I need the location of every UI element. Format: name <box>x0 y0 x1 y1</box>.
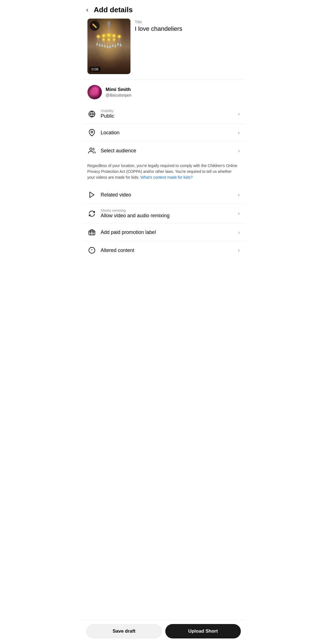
svg-point-29 <box>107 46 108 48</box>
svg-point-34 <box>120 44 122 46</box>
visibility-sublabel: Visibility <box>101 109 234 113</box>
related-video-content: Related video <box>101 192 234 198</box>
svg-line-16 <box>98 38 100 44</box>
svg-point-30 <box>109 46 111 48</box>
settings-list: Visibility Public › Location › <box>82 104 245 160</box>
paid-promotion-content: Add paid promotion label <box>101 229 234 235</box>
svg-point-39 <box>102 38 105 41</box>
account-name: Mimi Smith <box>106 87 132 92</box>
video-section: ✏️ 0:06 Title I love chandeliers <box>82 19 245 80</box>
audience-chevron: › <box>238 148 240 154</box>
svg-point-45 <box>90 148 92 150</box>
account-handle: @Biscuitsnjam <box>106 93 132 97</box>
svg-point-40 <box>107 38 110 41</box>
remixing-sublabel: Shorts remixing <box>101 208 234 213</box>
visibility-content: Visibility Public <box>101 109 234 119</box>
svg-point-33 <box>117 43 119 46</box>
svg-point-26 <box>99 44 100 46</box>
header: ‹ Add details <box>82 0 245 19</box>
svg-marker-46 <box>90 192 94 198</box>
audience-label: Select audience <box>101 148 234 154</box>
audience-item[interactable]: Select audience › <box>82 142 245 160</box>
svg-point-31 <box>112 44 114 47</box>
location-icon <box>87 128 96 137</box>
related-video-item[interactable]: Related video › <box>82 186 245 204</box>
remixing-content: Shorts remixing Allow video and audio re… <box>101 208 234 219</box>
account-row: Mimi Smith @Biscuitsnjam <box>82 80 245 104</box>
svg-point-28 <box>104 45 106 47</box>
more-settings-list: Related video › Shorts remixing Allow vi… <box>82 186 245 259</box>
audience-icon <box>87 146 96 155</box>
remixing-item[interactable]: Shorts remixing Allow video and audio re… <box>82 204 245 223</box>
location-item[interactable]: Location › <box>82 124 245 142</box>
svg-point-41 <box>112 38 116 41</box>
avatar-image <box>87 85 102 99</box>
altered-content-content: Altered content <box>101 248 234 253</box>
page-title: Add details <box>94 6 133 14</box>
video-info: Title I love chandeliers <box>135 19 240 32</box>
coppa-link[interactable]: What's content made for kids? <box>140 175 193 180</box>
paid-promotion-chevron: › <box>238 229 240 235</box>
related-video-label: Related video <box>101 192 234 198</box>
location-label: Location <box>101 130 234 136</box>
title-label: Title <box>135 20 240 24</box>
back-button[interactable]: ‹ <box>86 6 90 14</box>
coppa-notice: Regardless of your location, you're lega… <box>82 160 245 186</box>
altered-content-chevron: › <box>238 248 240 253</box>
video-duration: 0:06 <box>90 67 100 72</box>
svg-line-24 <box>119 38 121 44</box>
altered-content-label: Altered content <box>101 248 234 253</box>
visibility-chevron: › <box>238 111 240 117</box>
related-video-chevron: › <box>238 192 240 198</box>
remixing-chevron: › <box>238 211 240 216</box>
svg-point-32 <box>115 45 116 47</box>
location-chevron: › <box>238 130 240 136</box>
altered-content-item[interactable]: Altered content › <box>82 241 245 259</box>
svg-rect-47 <box>89 231 95 235</box>
video-thumbnail[interactable]: ✏️ 0:06 <box>87 19 130 74</box>
edit-video-button[interactable]: ✏️ <box>90 21 100 31</box>
account-info: Mimi Smith @Biscuitsnjam <box>106 87 132 97</box>
video-title: I love chandeliers <box>135 25 240 32</box>
globe-icon <box>87 110 96 118</box>
svg-rect-0 <box>107 21 110 27</box>
svg-point-44 <box>91 131 93 133</box>
play-icon <box>87 190 96 199</box>
info-icon <box>87 246 96 255</box>
paid-promotion-label: Add paid promotion label <box>101 229 234 235</box>
location-content: Location <box>101 130 234 136</box>
paid-promotion-item[interactable]: Add paid promotion label › <box>82 223 245 241</box>
paid-promotion-icon <box>87 228 96 237</box>
visibility-value: Public <box>101 113 234 119</box>
avatar <box>87 85 102 99</box>
remixing-label: Allow video and audio remixing <box>101 213 234 219</box>
svg-point-27 <box>102 44 103 47</box>
pencil-icon: ✏️ <box>92 23 97 28</box>
remix-icon <box>87 209 96 218</box>
audience-content: Select audience <box>101 148 234 154</box>
svg-point-25 <box>96 43 98 46</box>
visibility-item[interactable]: Visibility Public › <box>82 104 245 124</box>
